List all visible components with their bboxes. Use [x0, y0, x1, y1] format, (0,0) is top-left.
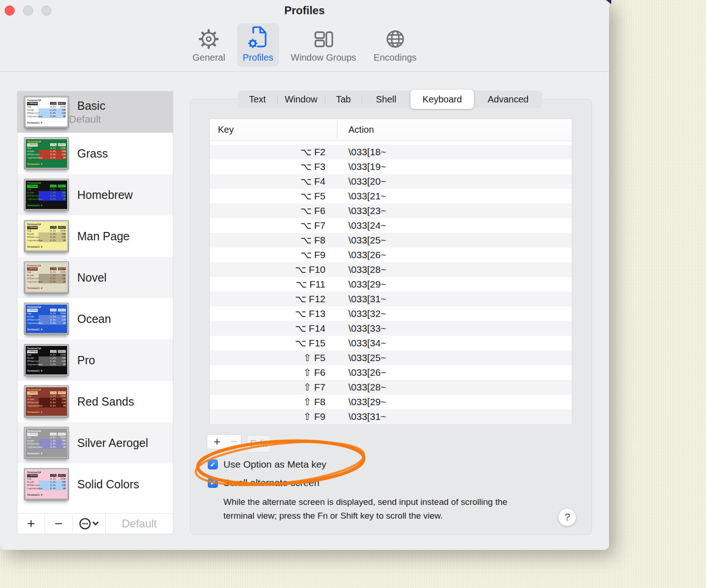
terminal-preview: Terminal1# COMMAND %CPU RPRVT top4.1%231… [26, 181, 67, 209]
table-row[interactable]: ⌥ F3 \033[19~ [210, 159, 572, 174]
settings-tab[interactable]: Keyboard [410, 90, 474, 109]
table-body: ⌥ F2 \033[18~ ⌥ F3 \033[19~ ⌥ F4 \033[20… [210, 141, 572, 424]
scroll-alternate-screen-checkbox[interactable]: ✓ [208, 478, 218, 488]
settings-tab-label: Text [249, 94, 266, 105]
table-row[interactable]: ⌥ F12 \033[31~ [210, 292, 572, 306]
action-cell: \033[25~ [337, 235, 386, 246]
alternate-screen-option: ✓ Scroll alternate screen [208, 477, 319, 488]
table-row[interactable]: ⌥ F5 \033[21~ [210, 189, 572, 204]
settings-tab-bar: Text Window Tab Shell Keyboard Advanced [238, 90, 542, 108]
action-cell: \033[28~ [337, 382, 386, 393]
table-row[interactable]: ⇧ F8 \033[29~ [210, 395, 572, 409]
profile-list-item[interactable]: Terminal1# COMMAND %CPU RPRVT top4.1%231… [17, 133, 173, 174]
profile-actions-menu-button[interactable] [73, 514, 106, 534]
toolbar-item[interactable]: Window Groups [285, 23, 362, 67]
action-cell: \033[31~ [337, 411, 386, 422]
use-option-as-meta-key-checkbox[interactable]: ✓ [208, 459, 218, 469]
profile-list-item[interactable]: Terminal1# COMMAND %CPU RPRVT top4.1%231… [17, 174, 173, 215]
key-cell: ⌥ F5 [210, 191, 337, 202]
action-cell: \033[33~ [337, 323, 386, 334]
profile-thumbnail: Terminal1# COMMAND %CPU RPRVT top4.1%231… [24, 137, 69, 170]
settings-tab-label: Advanced [488, 94, 529, 105]
key-cell: ⌥ F12 [210, 294, 337, 305]
table-row[interactable]: ⌥ F15 \033[34~ [210, 336, 572, 351]
edit-key-button[interactable]: Edit [247, 435, 271, 452]
table-row[interactable]: ⌥ F6 \033[23~ [210, 204, 572, 218]
key-cell: ⌥ F9 [210, 249, 337, 260]
table-row[interactable]: ⌥ F14 \033[33~ [210, 321, 572, 336]
profile-list-item[interactable]: Terminal1# COMMAND %CPU RPRVT top4.1%231… [17, 91, 173, 133]
remove-profile-button[interactable]: − [45, 514, 73, 534]
profile-list-item[interactable]: Terminal1# COMMAND %CPU RPRVT top4.1%231… [17, 381, 173, 422]
profile-list-item[interactable]: Terminal1# COMMAND %CPU RPRVT top4.1%231… [17, 464, 173, 505]
profile-list-item[interactable]: Terminal1# COMMAND %CPU RPRVT top4.1%231… [17, 215, 173, 257]
action-cell: \033[29~ [337, 279, 386, 290]
settings-tab[interactable]: Shell [362, 90, 410, 108]
action-cell: \033[23~ [337, 205, 386, 216]
terminal-preview: Terminal1# COMMAND %CPU RPRVT top4.1%231… [26, 98, 67, 126]
settings-tab-label: Keyboard [422, 94, 462, 105]
action-cell: \033[32~ [337, 308, 386, 319]
table-row[interactable]: ⇧ F5 \033[25~ [210, 351, 572, 365]
profile-thumbnail: Terminal1# COMMAND %CPU RPRVT top4.1%231… [24, 179, 69, 211]
profile-list-item[interactable]: Terminal1# COMMAND %CPU RPRVT top4.1%231… [17, 298, 173, 339]
add-profile-button[interactable]: + [17, 514, 45, 534]
settings-tab-label: Tab [336, 94, 351, 105]
table-row[interactable]: ⌥ F11 \033[29~ [210, 277, 572, 292]
toolbar-item[interactable]: General [187, 23, 231, 67]
table-row[interactable]: ⇧ F6 \033[26~ [210, 365, 572, 380]
add-key-button[interactable]: + [207, 434, 227, 449]
table-row[interactable]: ⌥ F8 \033[25~ [210, 233, 572, 248]
profile-name: Basic [77, 99, 105, 113]
table-row[interactable]: ⌥ F4 \033[20~ [210, 174, 572, 189]
action-cell: \033[29~ [337, 396, 386, 407]
profile-list-item[interactable]: Terminal1# COMMAND %CPU RPRVT top4.1%231… [17, 422, 173, 464]
settings-tab[interactable]: Advanced [474, 90, 542, 108]
action-cell: \033[18~ [337, 147, 386, 158]
key-cell: ⌥ F2 [210, 147, 337, 158]
table-row[interactable]: ⌥ F9 \033[26~ [210, 248, 572, 262]
use-option-as-meta-key-label: Use Option as Meta key [223, 459, 326, 470]
key-cell: ⌥ F13 [210, 308, 337, 319]
table-row[interactable]: ⇧ F9 \033[31~ [210, 409, 572, 424]
remove-key-button[interactable]: − [227, 434, 242, 449]
toolbar-separator [0, 71, 609, 72]
profile-name: Novel [77, 271, 107, 284]
profile-name: Ocean [77, 312, 111, 326]
table-row[interactable]: ⌥ F2 \033[18~ [210, 145, 572, 159]
table-row[interactable]: ⌥ F13 \033[32~ [210, 306, 572, 321]
preferences-window: Profiles General [0, 0, 609, 550]
profile-text: Basic Default [69, 99, 105, 125]
table-row[interactable]: ⌥ F7 \033[24~ [210, 218, 572, 233]
profile-list-item[interactable]: Terminal1# COMMAND %CPU RPRVT top4.1%231… [17, 257, 173, 298]
default-button[interactable]: Default [106, 514, 173, 534]
key-cell: ⇧ F6 [210, 367, 337, 378]
action-cell: \033[28~ [337, 264, 386, 275]
key-cell: ⇧ F7 [210, 382, 337, 393]
terminal-preview: Terminal1# COMMAND %CPU RPRVT top4.1%231… [26, 222, 67, 250]
table-row[interactable]: ⇧ F7 \033[28~ [210, 380, 572, 395]
profile-text: Homebrew [69, 188, 133, 202]
toolbar-item-label: General [193, 52, 225, 63]
profile-text: Grass [69, 147, 108, 160]
preferences-toolbar: General Profiles Window Groups [0, 23, 609, 71]
help-button[interactable]: ? [558, 509, 576, 526]
terminal-preview: Terminal1# COMMAND %CPU RPRVT top4.1%231… [26, 470, 67, 498]
titlebar: Profiles [0, 0, 609, 21]
profile-thumbnail: Terminal1# COMMAND %CPU RPRVT top4.1%231… [24, 96, 69, 128]
table-row[interactable]: ⌥ F10 \033[28~ [210, 262, 572, 277]
toolbar-icon-slot [247, 26, 269, 50]
profile-thumbnail: Terminal1# COMMAND %CPU RPRVT top4.1%231… [24, 220, 69, 252]
profile-thumbnail: Terminal1# COMMAND %CPU RPRVT top4.1%231… [24, 468, 69, 500]
settings-tab[interactable]: Window [277, 90, 325, 108]
key-cell: ⌥ F15 [210, 338, 337, 349]
settings-tab[interactable]: Tab [325, 90, 362, 108]
toolbar-item[interactable]: Encodings [368, 23, 422, 67]
action-cell: \033[24~ [337, 220, 386, 231]
action-cell: \033[26~ [337, 249, 386, 260]
settings-tab[interactable]: Text [238, 90, 277, 108]
toolbar-item[interactable]: Profiles [237, 23, 279, 67]
toolbar-item-label: Encodings [374, 52, 416, 63]
profile-list-item[interactable]: Terminal1# COMMAND %CPU RPRVT top4.1%231… [17, 339, 173, 381]
profile-list: Terminal1# COMMAND %CPU RPRVT top4.1%231… [17, 91, 173, 514]
